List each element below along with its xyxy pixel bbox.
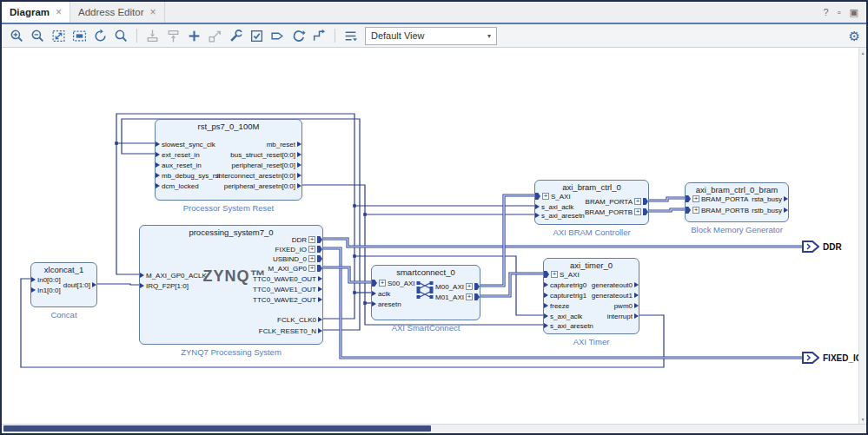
settings-gear-button[interactable]: ⚙ [849, 30, 860, 43]
external-port-ddr[interactable]: DDR [802, 241, 842, 253]
expand-port-icon[interactable]: + [634, 208, 641, 215]
scroll-down-icon[interactable]: ▾ [861, 416, 864, 422]
port-fclk-clk0[interactable]: FCLK_CLK0 [140, 315, 322, 324]
interface-wire[interactable] [323, 267, 371, 282]
port-ddr[interactable]: DDR+ [140, 235, 322, 244]
port-generateout1[interactable]: generateout1 [544, 291, 639, 300]
port-ttc0-wave2-out[interactable]: TTC0_WAVE2_OUT [140, 295, 322, 304]
create-port-icon [270, 29, 285, 43]
block-axi_timer_0[interactable]: axi_timer_0+S_AXIcapturetrig0capturetrig… [543, 258, 639, 334]
expand-port-icon[interactable]: + [308, 236, 315, 243]
signal-port-marker [297, 173, 301, 178]
regenerate-layout-icon [291, 29, 306, 43]
view-options-button[interactable] [341, 27, 360, 45]
interface-port-marker [643, 198, 648, 205]
search-button[interactable] [112, 27, 130, 45]
port-label: bus_struct_reset[0:0] [230, 151, 295, 159]
port-rstb-busy[interactable]: rstb_busy [686, 206, 788, 214]
expand-port-icon[interactable]: + [466, 283, 473, 290]
tab-address-editor[interactable]: Address Editor × [70, 2, 164, 23]
port-rsta-busy[interactable]: rsta_busy [686, 194, 788, 203]
port-fclk-reset0-n[interactable]: FCLK_RESET0_N [140, 326, 322, 335]
block-smartconnect_0[interactable]: smartconnect_0+S00_AXIaclkaresetnM00_AXI… [371, 265, 480, 320]
expand-port-icon[interactable]: + [308, 246, 315, 253]
customize-block-button[interactable] [227, 27, 245, 45]
zoom-selection-button[interactable] [70, 27, 89, 45]
block-xlconcat_1[interactable]: xlconcat_1In0[0:0]In1[0:0]dout[1:0] [30, 262, 97, 307]
signal-wire[interactable] [116, 143, 139, 274]
fit-view-icon [93, 29, 108, 43]
block-instance-name: xlconcat_1 [31, 265, 96, 274]
make-external-button[interactable] [206, 27, 224, 45]
zynq-logo: ZYNQ™ [201, 267, 268, 286]
wire-junction [353, 254, 356, 258]
port-bus-struct-reset-0-0[interactable]: bus_struct_reset[0:0] [156, 150, 301, 159]
signal-port-marker [297, 183, 301, 188]
port-pwm0[interactable]: pwm0 [544, 301, 639, 310]
signal-wire[interactable] [97, 284, 139, 285]
port-s-axi[interactable]: +S_AXI [544, 270, 639, 279]
diagram-canvas[interactable]: rst_ps7_0_100Mslowest_sync_clkext_reset_… [2, 48, 866, 424]
maximize-icon[interactable]: ▣ [850, 7, 858, 18]
regenerate-layout-button[interactable] [289, 27, 308, 45]
port-dout-1-0[interactable]: dout[1:0] [31, 280, 96, 289]
expand-hierarchy-button[interactable] [164, 27, 182, 45]
port-s-axi-aresetn[interactable]: s_axi_aresetn [544, 321, 639, 330]
external-port-fixed_io[interactable]: FIXED_IO [802, 352, 863, 364]
create-port-button[interactable] [268, 27, 287, 45]
editor-tabbar: Diagram × Address Editor × ? ▫ ▣ [2, 2, 866, 24]
zoom-in-button[interactable] [8, 27, 26, 45]
port-label: peripheral_aresetn[0:0] [224, 182, 295, 190]
collapse-hierarchy-icon [145, 29, 160, 43]
block-instance-name: axi_timer_0 [544, 260, 639, 270]
port-bram-porta[interactable]: BRAM_PORTA+ [535, 197, 648, 206]
block-processing_system7_0[interactable]: processing_system7_0M_AXI_GP0_ACLKIRQ_F2… [139, 225, 323, 345]
block-rst_ps7_0_100M[interactable]: rst_ps7_0_100Mslowest_sync_clkext_reset_… [155, 119, 302, 201]
signal-port-marker [297, 142, 301, 147]
port-usbind-0[interactable]: USBIND_0+ [140, 254, 322, 263]
port-generateout0[interactable]: generateout0 [544, 280, 639, 289]
zoom-out-button[interactable] [29, 27, 47, 45]
external-port-label: DDR [823, 242, 842, 252]
port-peripheral-aresetn-0-0[interactable]: peripheral_aresetn[0:0] [156, 181, 301, 190]
expand-port-icon[interactable]: + [634, 198, 641, 205]
port-label: S_AXI [560, 271, 580, 279]
horizontal-scrollbar[interactable] [2, 424, 866, 433]
fit-view-button[interactable] [91, 27, 109, 45]
block-axi_bram_ctrl_0_bram[interactable]: axi_bram_ctrl_0_bram+BRAM_PORTA+BRAM_POR… [685, 182, 789, 222]
port-fixed-io[interactable]: FIXED_IO+ [140, 245, 322, 254]
port-peripheral-reset-0-0[interactable]: peripheral_reset[0:0] [156, 161, 301, 169]
add-ip-button[interactable] [185, 27, 203, 45]
view-selector-dropdown[interactable]: Default View ▾ [365, 27, 497, 45]
signal-port-marker [634, 293, 639, 298]
expand-port-icon[interactable]: + [466, 293, 473, 300]
port-mb-reset[interactable]: mb_reset [156, 140, 301, 148]
expand-port-icon[interactable]: + [551, 271, 558, 278]
port-bram-portb[interactable]: BRAM_PORTB+ [535, 208, 648, 216]
float-window-icon[interactable]: ▫ [838, 7, 841, 17]
port-interrupt[interactable]: interrupt [544, 312, 639, 320]
expand-port-icon[interactable]: + [308, 255, 315, 262]
port-ttc0-wave1-out[interactable]: TTC0_WAVE1_OUT [140, 285, 322, 293]
validate-design-button[interactable] [248, 27, 266, 45]
vertical-scrollbar[interactable]: ▴ ▾ [858, 48, 866, 424]
horizontal-scrollbar-thumb[interactable] [3, 425, 431, 432]
toolbar-separator [335, 29, 335, 43]
zoom-selection-icon [72, 29, 87, 43]
collapse-hierarchy-button[interactable] [143, 27, 162, 45]
tab-diagram[interactable]: Diagram × [2, 2, 70, 23]
interface-wire[interactable] [323, 239, 802, 247]
block-type-label: AXI SmartConnect [354, 323, 498, 333]
smartconnect-crossbar [414, 280, 436, 303]
port-interconnect-aresetn-0-0[interactable]: interconnect_aresetn[0:0] [156, 171, 301, 180]
close-icon[interactable]: × [56, 6, 62, 18]
signal-port-marker [297, 162, 301, 168]
zoom-fit-button[interactable] [50, 27, 68, 45]
port-label: FCLK_RESET0_N [259, 327, 316, 335]
help-button[interactable]: ? [824, 7, 829, 17]
scroll-up-icon[interactable]: ▴ [861, 49, 864, 56]
expand-port-icon[interactable]: + [308, 265, 315, 272]
block-axi_bram_ctrl_0[interactable]: axi_bram_ctrl_0+S_AXIs_axi_aclks_axi_are… [534, 180, 649, 225]
close-icon[interactable]: × [149, 6, 156, 18]
optimize-routing-button[interactable] [310, 27, 328, 45]
